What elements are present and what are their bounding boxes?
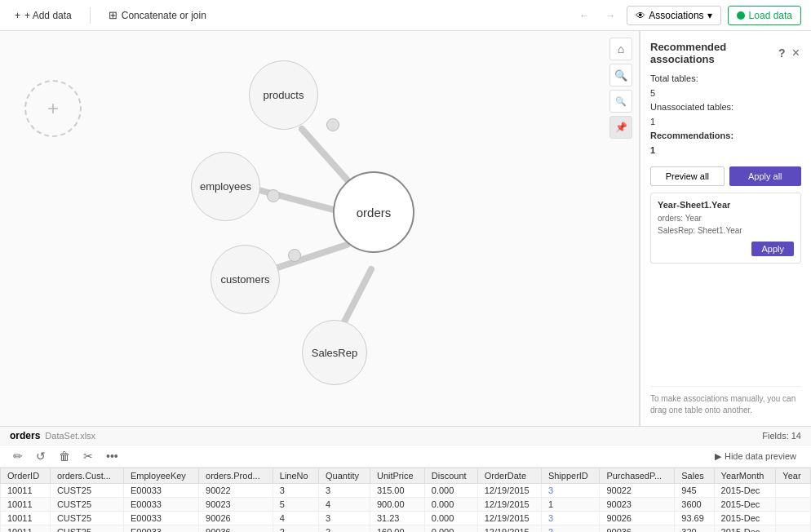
table-cell-2-0: 10011 (1, 512, 51, 525)
col-header-0: OrderID (1, 468, 51, 484)
zoom-out-button[interactable]: 🔍 (609, 90, 632, 113)
col-header-13: Year (776, 468, 811, 484)
col-header-6: UnitPrice (370, 468, 424, 484)
add-data-button[interactable]: + + Add data (10, 7, 77, 24)
zoom-in-button[interactable]: 🔍 (609, 64, 632, 86)
table-row: 10011CUST25E00033900264331.230.00012/19/… (1, 512, 811, 525)
concatenate-button[interactable]: ⊞ Concatenate or join (104, 7, 211, 24)
table-cell-3-7: 0.000 (424, 525, 477, 533)
apply-button[interactable]: Apply (751, 242, 794, 256)
apply-all-button[interactable]: Apply all (729, 166, 802, 186)
table-cell-1-7: 0.000 (424, 498, 477, 512)
table-cell-2-11: 93.69 (675, 512, 714, 525)
data-table: OrderIDorders.Cust...EmployeeKeyorders.P… (0, 468, 811, 532)
table-cell-0-11: 945 (675, 484, 714, 498)
rec-title: Year-Sheet1.Year (658, 200, 794, 210)
table-cell-0-8: 12/19/2015 (477, 484, 541, 498)
table-cell-1-11: 3600 (675, 498, 714, 512)
load-data-button[interactable]: Load data (728, 6, 801, 25)
undo-button[interactable]: ← (574, 7, 594, 24)
load-data-label: Load data (749, 10, 792, 21)
table-cell-3-13 (776, 525, 811, 533)
table-cell-3-3: 90036 (199, 525, 273, 533)
table-cell-1-8: 12/19/2015 (477, 498, 541, 512)
table-cell-1-9: 1 (541, 498, 600, 512)
recommendations-panel: Recommended associations ? × Total table… (640, 31, 811, 426)
recommendation-card: Year-Sheet1.Year orders: Year SalesRep: … (650, 193, 801, 264)
more-icon: ••• (106, 450, 118, 463)
edit-button[interactable]: ✏ (10, 448, 26, 464)
orders-label: orders (357, 206, 392, 219)
table-cell-3-9[interactable]: 2 (541, 525, 600, 533)
col-header-1: orders.Cust... (50, 468, 123, 484)
table-cell-2-6: 31.23 (370, 512, 424, 525)
col-header-8: OrderDate (477, 468, 541, 484)
table-cell-0-1: CUST25 (50, 484, 123, 498)
panel-footer: To make associations manually, you can d… (650, 386, 801, 416)
table-cell-0-3: 90022 (199, 484, 273, 498)
table-cell-2-13 (776, 512, 811, 525)
hide-preview-button[interactable]: ▶ Hide data preview (710, 450, 801, 463)
toolbar-separator (90, 7, 91, 24)
orders-node[interactable]: orders (333, 171, 414, 253)
canvas-area: + products employees orders customers Sa… (0, 31, 640, 426)
associations-button[interactable]: 👁 Associations ▾ (627, 6, 720, 25)
table-row: 10011CUST25E000339003622160.000.00012/19… (1, 525, 811, 533)
connector-employees[interactable] (267, 189, 280, 202)
col-header-2: EmployeeKey (123, 468, 198, 484)
table-cell-3-10: 90036 (600, 525, 675, 533)
associations-label: Associations (649, 10, 703, 21)
customers-node[interactable]: customers (211, 245, 280, 314)
cut-button[interactable]: ✂ (80, 448, 96, 464)
connector-products[interactable] (326, 118, 339, 131)
table-cell-1-6: 900.00 (370, 498, 424, 512)
panel-header: Recommended associations ? × (650, 41, 801, 65)
rec-detail-2: SalesRep: Sheet1.Year (658, 224, 794, 237)
table-row: 10011CUST25E000339002233315.000.00012/19… (1, 484, 811, 498)
data-table-wrap: OrderIDorders.Cust...EmployeeKeyorders.P… (0, 468, 811, 532)
col-header-12: YearMonth (714, 468, 776, 484)
concat-label: Concatenate or join (122, 10, 206, 21)
close-icon: × (792, 46, 800, 60)
preview-all-button[interactable]: Preview all (650, 166, 725, 186)
salesrep-node[interactable]: SalesRep (302, 320, 367, 385)
table-cell-3-8: 12/19/2015 (477, 525, 541, 533)
data-subtitle: DataSet.xlsx (45, 431, 95, 441)
question-icon: ? (778, 47, 786, 60)
panel-help-button[interactable]: ? (777, 44, 787, 62)
data-header: orders DataSet.xlsx Fields: 14 (0, 427, 811, 446)
svg-line-1 (253, 188, 343, 212)
table-cell-3-4: 2 (273, 525, 318, 533)
trash-icon: 🗑 (59, 450, 70, 463)
table-cell-1-3: 90023 (199, 498, 273, 512)
employees-node[interactable]: employees (191, 152, 260, 221)
table-cell-2-9[interactable]: 3 (541, 512, 600, 525)
plus-icon: + (15, 10, 20, 21)
table-cell-2-8: 12/19/2015 (477, 512, 541, 525)
rec-detail-1: orders: Year (658, 212, 794, 224)
data-toolbar: ✏ ↺ 🗑 ✂ ••• ▶ Hide data preview (0, 446, 811, 468)
main-toolbar: + + Add data ⊞ Concatenate or join ← → 👁… (0, 0, 811, 31)
data-fields: Fields: 14 (762, 431, 801, 441)
redo-button[interactable]: → (600, 7, 620, 24)
table-cell-0-2: E00033 (123, 484, 198, 498)
table-cell-2-12: 2015-Dec (714, 512, 776, 525)
pin-button[interactable]: 📌 (609, 116, 632, 139)
table-cell-0-9[interactable]: 3 (541, 484, 600, 498)
panel-close-button[interactable]: × (791, 44, 801, 62)
add-node-button[interactable]: + (24, 80, 82, 137)
panel-stats: Total tables: 5 Unassociated tables: 1 R… (650, 72, 801, 158)
more-button[interactable]: ••• (103, 448, 122, 464)
pencil-icon: ✏ (13, 450, 23, 463)
table-cell-0-13 (776, 484, 811, 498)
connector-customers[interactable] (288, 249, 301, 262)
delete-button[interactable]: 🗑 (55, 448, 73, 464)
refresh-button[interactable]: ↺ (33, 448, 49, 464)
col-header-10: PurchasedP... (600, 468, 675, 484)
toolbar-right: ← → 👁 Associations ▾ Load data (574, 6, 801, 25)
col-header-11: Sales (675, 468, 714, 484)
table-cell-0-12: 2015-Dec (714, 484, 776, 498)
home-view-button[interactable]: ⌂ (609, 38, 632, 60)
products-node[interactable]: products (249, 60, 318, 130)
circle-green-icon (737, 11, 745, 20)
